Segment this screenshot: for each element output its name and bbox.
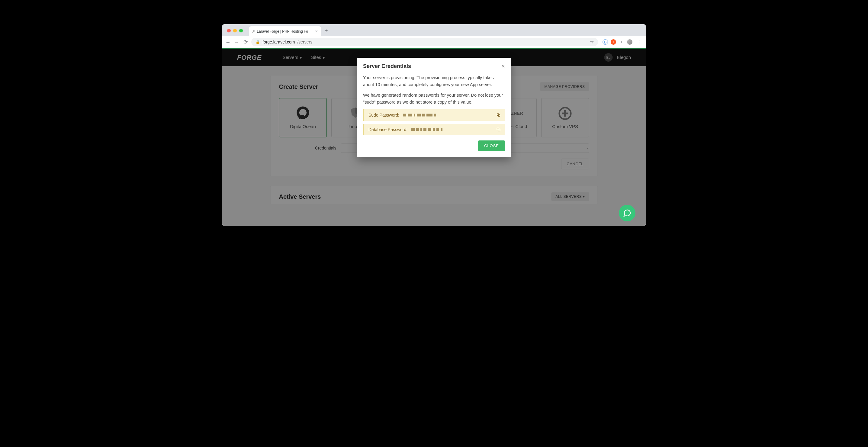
forward-button[interactable]: → — [234, 39, 240, 45]
window-close-button[interactable] — [227, 29, 231, 33]
new-tab-button[interactable]: + — [324, 28, 328, 34]
modal-paragraph: Your server is provisioning. The provisi… — [363, 74, 505, 88]
browser-window: F Laravel Forge | PHP Hosting Fo × + ← →… — [222, 24, 646, 226]
window-titlebar: F Laravel Forge | PHP Hosting Fo × + — [222, 24, 646, 36]
tab-favicon: F — [252, 29, 255, 34]
bookmark-icon[interactable]: ☆ — [590, 39, 594, 45]
modal-title: Server Credentials — [363, 63, 411, 69]
modal-paragraph: We have generated random passwords for y… — [363, 92, 505, 105]
profile-avatar-icon[interactable] — [627, 39, 632, 45]
url-path: /servers — [297, 39, 312, 44]
db-password-label: Database Password: — [369, 127, 407, 132]
reload-button[interactable]: ⟳ — [243, 39, 249, 45]
tab-close-icon[interactable]: × — [315, 29, 318, 34]
server-credentials-modal: Server Credentials × Your server is prov… — [357, 58, 511, 157]
extensions-menu-icon[interactable]: ✦ — [619, 39, 624, 45]
back-button[interactable]: ← — [225, 39, 231, 45]
copy-icon[interactable] — [497, 127, 500, 131]
sudo-password-masked — [403, 114, 436, 116]
address-bar[interactable]: 🔒 forge.laravel.com/servers ☆ — [251, 38, 598, 46]
page-viewport: FORGE Servers ▾ Sites ▾ EL Elegon Create… — [222, 48, 646, 226]
url-host: forge.laravel.com — [262, 39, 295, 44]
modal-close-icon[interactable]: × — [501, 63, 505, 69]
modal-close-button[interactable]: CLOSE — [478, 140, 505, 151]
db-password-masked — [411, 128, 442, 131]
lock-icon: 🔒 — [255, 40, 260, 44]
window-maximize-button[interactable] — [239, 29, 243, 33]
extension-icons: ◐ + ✦ — [601, 39, 632, 45]
window-traffic-lights — [227, 29, 243, 33]
db-password-row: Database Password: — [363, 124, 505, 135]
help-chat-button[interactable] — [619, 205, 636, 221]
sudo-password-row: Sudo Password: — [363, 109, 505, 121]
window-minimize-button[interactable] — [233, 29, 237, 33]
sudo-password-label: Sudo Password: — [369, 113, 399, 118]
tab-title: Laravel Forge | PHP Hosting Fo — [257, 29, 308, 34]
extension-icon[interactable]: + — [611, 39, 616, 45]
browser-menu-icon[interactable]: ⋮ — [635, 39, 643, 45]
modal-overlay[interactable]: Server Credentials × Your server is prov… — [222, 49, 646, 226]
copy-icon[interactable] — [497, 113, 500, 117]
browser-toolbar: ← → ⟳ 🔒 forge.laravel.com/servers ☆ ◐ + … — [222, 36, 646, 48]
browser-tab[interactable]: F Laravel Forge | PHP Hosting Fo × — [249, 26, 321, 36]
extension-icon[interactable]: ◐ — [602, 39, 608, 45]
